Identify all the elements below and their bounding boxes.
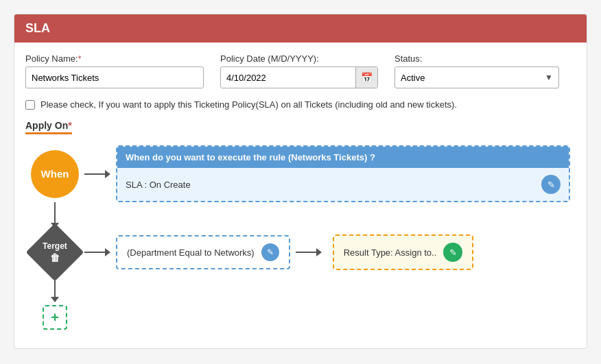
form-row: Policy Name:* Networks Tickets Policy Da… <box>25 53 576 88</box>
result-arrow <box>296 248 322 256</box>
when-box-header: When do you want to execute the rule (Ne… <box>117 147 569 168</box>
calendar-button[interactable]: 📅 <box>355 67 377 88</box>
arrow-line-segment-3 <box>296 252 316 253</box>
policy-date-label: Policy Date (M/D/YYYY): <box>220 53 378 64</box>
card-title: SLA <box>25 21 50 35</box>
result-edit-button[interactable]: ✎ <box>443 243 462 262</box>
when-box: When do you want to execute the rule (Ne… <box>116 145 570 202</box>
arrowhead-icon-2 <box>105 248 110 256</box>
vert-arrow-icon-2 <box>51 297 59 302</box>
condition-text: (Department Equal to Networks) <box>127 247 255 258</box>
checkbox-row: Please check, If you want to apply this … <box>25 99 576 110</box>
target-flow: (Department Equal to Networks) ✎ Result … <box>116 234 570 270</box>
condition-edit-button[interactable]: ✎ <box>261 243 279 261</box>
checkbox-label-text: Please check, If you want to apply this … <box>40 99 457 110</box>
status-select-wrap: Active Inactive ▼ <box>394 66 559 88</box>
date-input-wrap: 4/10/2022 📅 <box>220 66 378 88</box>
card-body: Policy Name:* Networks Tickets Policy Da… <box>14 43 587 348</box>
trash-icon: 🗑 <box>50 252 60 263</box>
status-select[interactable]: Active Inactive <box>395 67 539 88</box>
when-row: When When do you want to execute the rul… <box>31 145 570 202</box>
when-arrow <box>84 170 110 178</box>
sla-text: SLA : On Create <box>126 180 191 190</box>
policy-name-label: Policy Name:* <box>25 53 204 64</box>
arrow-line-segment <box>84 173 105 175</box>
when-node: When <box>31 150 79 198</box>
vert-line-1 <box>54 202 56 223</box>
when-box-body: SLA : On Create ✎ <box>117 168 569 201</box>
arrowhead-icon-3 <box>316 248 322 256</box>
result-text: Result Type: Assign to.. <box>344 247 437 258</box>
apply-on-label: Apply On* <box>25 120 72 134</box>
flow-area: When When do you want to execute the rul… <box>25 145 576 337</box>
add-node-button[interactable]: + <box>43 305 67 330</box>
target-row: Terget 🗑 (Department Equal to Networks) … <box>31 228 570 276</box>
arrowhead-icon <box>105 170 110 178</box>
sla-card: SLA Policy Name:* Networks Tickets Polic… <box>14 14 587 349</box>
target-diamond-inner: Terget 🗑 <box>43 241 67 263</box>
arrow-line-segment-2 <box>84 252 105 253</box>
status-group: Status: Active Inactive ▼ <box>394 53 559 88</box>
apply-on-section: Apply On* <box>25 119 576 145</box>
target-node-wrap: Terget 🗑 <box>31 228 79 276</box>
apply-all-checkbox[interactable] <box>25 100 35 110</box>
dropdown-arrow-icon: ▼ <box>539 73 558 82</box>
card-header: SLA <box>14 14 587 43</box>
target-diamond: Terget 🗑 <box>26 223 84 282</box>
status-label: Status: <box>394 53 559 64</box>
condition-box: (Department Equal to Networks) ✎ <box>116 235 290 269</box>
policy-date-group: Policy Date (M/D/YYYY): 4/10/2022 📅 <box>220 53 378 88</box>
target-arrow <box>84 248 110 256</box>
add-button-wrap: + <box>31 305 79 330</box>
policy-name-input[interactable]: Networks Tickets <box>25 66 204 88</box>
when-edit-button[interactable]: ✎ <box>541 175 561 194</box>
result-box: Result Type: Assign to.. ✎ <box>333 234 474 270</box>
policy-name-group: Policy Name:* Networks Tickets <box>25 53 204 88</box>
policy-date-input[interactable]: 4/10/2022 <box>221 67 355 88</box>
